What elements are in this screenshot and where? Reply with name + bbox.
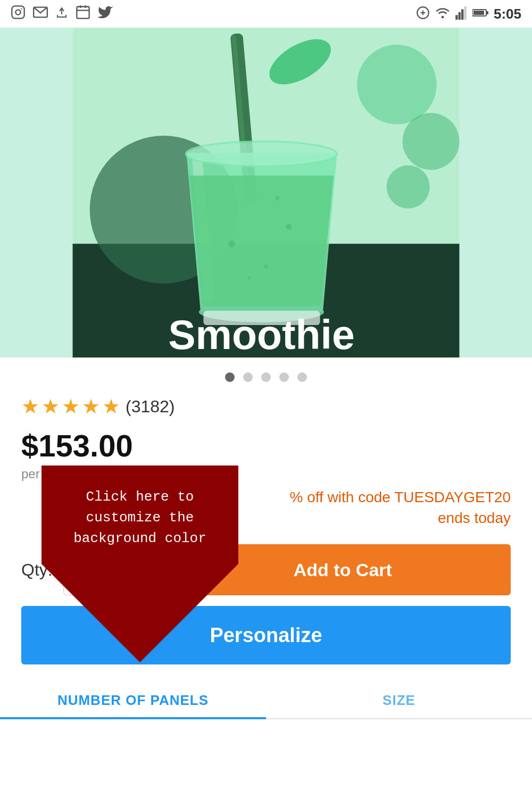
star-2: ★ xyxy=(41,395,60,418)
product-image: Smoothie xyxy=(0,28,532,358)
svg-rect-5 xyxy=(77,7,89,19)
add-to-cart-button[interactable]: Add to Cart xyxy=(175,544,511,595)
promo-line1: % off with code TUESDAYGET20 xyxy=(289,489,511,505)
svg-rect-15 xyxy=(464,6,466,20)
action-row: Qty: Add to Cart xyxy=(21,544,511,595)
status-bar: 5:05 xyxy=(0,0,532,28)
battery-icon xyxy=(472,7,488,20)
status-time: 5:05 xyxy=(494,6,521,22)
svg-rect-14 xyxy=(461,10,463,20)
signal-icon xyxy=(455,6,467,22)
qty-input[interactable] xyxy=(63,544,164,595)
dot-5[interactable] xyxy=(297,372,307,382)
dot-4[interactable] xyxy=(279,372,289,382)
svg-point-32 xyxy=(286,224,292,230)
svg-rect-13 xyxy=(459,12,461,20)
rating-row: ★ ★ ★ ★ ★ (3182) xyxy=(21,395,511,418)
star-4: ★ xyxy=(82,395,100,418)
wifi-icon xyxy=(435,7,450,21)
svg-rect-12 xyxy=(455,15,458,20)
svg-point-30 xyxy=(228,240,235,247)
dot-1[interactable] xyxy=(225,372,235,382)
star-5: ★ xyxy=(102,395,120,418)
promo-line2: ends today xyxy=(438,510,511,526)
tab-size[interactable]: SIZE xyxy=(266,680,532,718)
mail-icon xyxy=(33,6,48,22)
image-dots xyxy=(0,358,532,395)
svg-rect-17 xyxy=(486,11,488,14)
instagram-icon xyxy=(11,5,26,23)
svg-point-22 xyxy=(357,45,437,124)
svg-point-1 xyxy=(15,10,20,14)
calendar-icon xyxy=(76,5,90,23)
dot-3[interactable] xyxy=(261,372,271,382)
svg-point-23 xyxy=(403,113,460,170)
svg-point-31 xyxy=(264,264,269,269)
svg-point-2 xyxy=(21,8,22,9)
personalize-button[interactable]: Personalize xyxy=(21,606,511,664)
svg-point-24 xyxy=(387,165,430,209)
star-3: ★ xyxy=(62,395,80,418)
product-price: $153.00 xyxy=(21,428,511,463)
star-rating: ★ ★ ★ ★ ★ xyxy=(21,395,120,418)
per-serving-label: per serving xyxy=(21,467,511,481)
svg-rect-0 xyxy=(12,6,24,18)
status-bar-left xyxy=(11,5,114,23)
dot-2[interactable] xyxy=(243,372,253,382)
svg-point-35 xyxy=(186,142,337,167)
review-count: (3182) xyxy=(126,397,175,417)
status-bar-right: 5:05 xyxy=(416,6,521,22)
promo-text: % off with code TUESDAYGET20 ends today xyxy=(21,487,511,528)
svg-point-34 xyxy=(275,196,280,201)
star-1: ★ xyxy=(21,395,39,418)
tab-number-of-panels[interactable]: NUMBER OF PANELS xyxy=(0,680,266,718)
product-info: ★ ★ ★ ★ ★ (3182) $153.00 per serving % o… xyxy=(0,395,532,680)
add-circle-icon xyxy=(416,6,430,22)
qty-label: Qty: xyxy=(21,560,53,580)
upload-icon xyxy=(55,5,68,23)
svg-text:Smoothie: Smoothie xyxy=(168,312,355,358)
svg-point-33 xyxy=(247,276,251,279)
tabs-row: NUMBER OF PANELS SIZE xyxy=(0,680,532,719)
svg-rect-18 xyxy=(473,11,484,15)
twitter-icon xyxy=(98,5,114,22)
